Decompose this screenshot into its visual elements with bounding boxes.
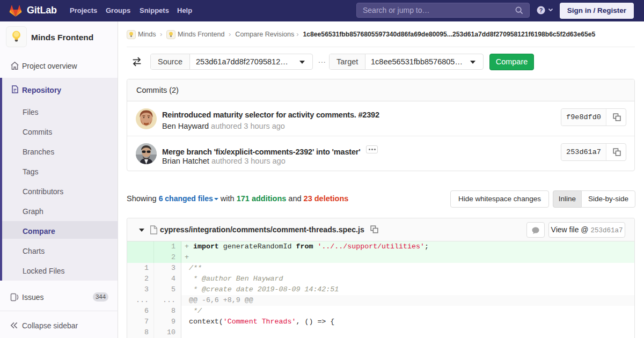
svg-text:?: ? xyxy=(539,7,543,13)
